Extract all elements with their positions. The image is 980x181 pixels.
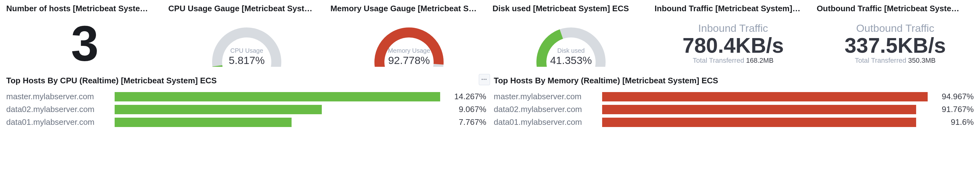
- gauge: Disk used41.353%: [530, 20, 611, 67]
- bar-value: 14.267%: [446, 92, 486, 101]
- panel-top-cpu: ••• Top Hosts By CPU (Realtime) [Metricb…: [6, 76, 486, 130]
- svg-text:92.778%: 92.778%: [388, 54, 430, 66]
- traffic-sub-value: 168.2MB: [746, 56, 773, 64]
- bar-host: data02.mylabserver.com: [494, 104, 597, 114]
- metric-body: 3: [6, 18, 163, 68]
- bar-host: data01.mylabserver.com: [6, 117, 109, 127]
- gauge: Memory Usage92.778%: [369, 20, 450, 67]
- bar-row: data02.mylabserver.com9.067%: [6, 104, 486, 114]
- metric-body: Inbound Traffic 780.4KB/s Total Transfer…: [654, 18, 811, 68]
- bar-fill: [602, 105, 916, 114]
- bar-row: data01.mylabserver.com91.6%: [494, 117, 974, 127]
- svg-text:5.817%: 5.817%: [229, 54, 265, 66]
- metrics-row: Number of hosts [Metricbeat Syste… 3 CPU…: [6, 4, 974, 68]
- bar-host: master.mylabserver.com: [494, 92, 597, 101]
- panel-title: Memory Usage Gauge [Metricbeat S…: [331, 4, 487, 13]
- bar-row: master.mylabserver.com14.267%: [6, 92, 486, 101]
- gauge: CPU Usage5.817%: [206, 20, 287, 67]
- metric-body: Memory Usage92.778%: [331, 18, 487, 68]
- panel-title: Disk used [Metricbeat System] ECS: [493, 4, 649, 13]
- bar-fill: [115, 118, 291, 127]
- panel-title: Top Hosts By CPU (Realtime) [Metricbeat …: [6, 76, 486, 85]
- traffic-sub: Total Transferred 350.3MB: [855, 56, 935, 65]
- panel-memory-gauge: Memory Usage Gauge [Metricbeat S… Memory…: [331, 4, 487, 68]
- bar-value: 91.6%: [933, 117, 974, 127]
- traffic-sub-label: Total Transferred: [693, 56, 744, 64]
- traffic-label: Outbound Traffic: [856, 22, 934, 34]
- hosts-count: 3: [71, 18, 99, 68]
- panel-number-of-hosts: Number of hosts [Metricbeat Syste… 3: [6, 4, 163, 68]
- bar-track: [602, 105, 928, 114]
- traffic: Inbound Traffic 780.4KB/s Total Transfer…: [682, 22, 784, 65]
- metric-body: Disk used41.353%: [493, 18, 649, 68]
- panel-options-button[interactable]: •••: [479, 74, 490, 85]
- panel-disk-gauge: Disk used [Metricbeat System] ECS Disk u…: [493, 4, 649, 68]
- svg-text:CPU Usage: CPU Usage: [231, 47, 264, 54]
- traffic-value: 780.4KB/s: [682, 34, 784, 56]
- metric-body: CPU Usage5.817%: [168, 18, 325, 68]
- bar-list: master.mylabserver.com14.267%data02.myla…: [6, 92, 486, 127]
- svg-text:Memory Usage: Memory Usage: [388, 47, 430, 54]
- traffic-value: 337.5KB/s: [845, 34, 946, 56]
- memory-gauge-svg: Memory Usage92.778%: [369, 20, 450, 67]
- svg-text:Disk used: Disk used: [557, 47, 585, 54]
- traffic-label: Inbound Traffic: [698, 22, 768, 34]
- bar-value: 94.967%: [933, 92, 974, 101]
- bar-row: data02.mylabserver.com91.767%: [494, 104, 974, 114]
- traffic-sub-value: 350.3MB: [908, 56, 935, 64]
- bar-fill: [115, 92, 440, 101]
- bar-row: data01.mylabserver.com7.767%: [6, 117, 486, 127]
- panel-inbound-traffic: Inbound Traffic [Metricbeat System]… Inb…: [654, 4, 811, 68]
- bar-list: master.mylabserver.com94.967%data02.myla…: [494, 92, 974, 127]
- panel-top-memory: Top Hosts By Memory (Realtime) [Metricbe…: [494, 76, 974, 130]
- bar-track: [602, 118, 928, 127]
- traffic: Outbound Traffic 337.5KB/s Total Transfe…: [845, 22, 946, 65]
- bar-fill: [602, 92, 928, 101]
- panel-title: Inbound Traffic [Metricbeat System]…: [654, 4, 811, 13]
- bar-track: [115, 118, 440, 127]
- ellipsis-icon: •••: [482, 77, 487, 82]
- lists-row: ••• Top Hosts By CPU (Realtime) [Metricb…: [6, 76, 974, 130]
- traffic-sub: Total Transferred 168.2MB: [693, 56, 773, 65]
- bar-track: [115, 105, 440, 114]
- panel-outbound-traffic: Outbound Traffic [Metricbeat Syste… Outb…: [817, 4, 974, 68]
- panel-title: Outbound Traffic [Metricbeat Syste…: [817, 4, 974, 13]
- panel-title: Number of hosts [Metricbeat Syste…: [6, 4, 163, 13]
- cpu-gauge-svg: CPU Usage5.817%: [206, 20, 287, 67]
- bar-value: 91.767%: [933, 104, 974, 114]
- bar-value: 7.767%: [446, 117, 486, 127]
- bar-host: master.mylabserver.com: [6, 92, 109, 101]
- panel-title: CPU Usage Gauge [Metricbeat Syst…: [168, 4, 325, 13]
- panel-title: Top Hosts By Memory (Realtime) [Metricbe…: [494, 76, 974, 85]
- bar-track: [602, 92, 928, 101]
- bar-fill: [602, 118, 916, 127]
- svg-text:41.353%: 41.353%: [550, 54, 592, 66]
- bar-host: data01.mylabserver.com: [494, 117, 597, 127]
- disk-gauge-svg: Disk used41.353%: [530, 20, 611, 67]
- metric-body: Outbound Traffic 337.5KB/s Total Transfe…: [817, 18, 974, 68]
- traffic-sub-label: Total Transferred: [855, 56, 906, 64]
- bar-track: [115, 92, 440, 101]
- panel-cpu-gauge: CPU Usage Gauge [Metricbeat Syst… CPU Us…: [168, 4, 325, 68]
- bar-host: data02.mylabserver.com: [6, 104, 109, 114]
- bar-value: 9.067%: [446, 104, 486, 114]
- bar-fill: [115, 105, 322, 114]
- bar-row: master.mylabserver.com94.967%: [494, 92, 974, 101]
